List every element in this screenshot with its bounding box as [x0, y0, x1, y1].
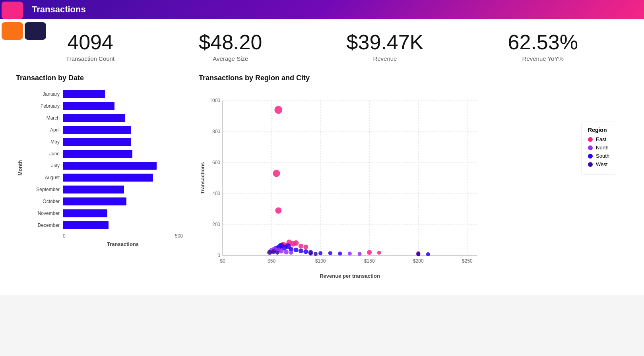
kpi-revenue-yoy-label: Revenue YoY% [508, 55, 578, 62]
legend-dot [588, 145, 593, 150]
scatter-point [318, 251, 322, 255]
legend-label: North [596, 145, 609, 151]
kpi-transaction-count-label: Transaction Count [66, 55, 114, 62]
bar-label: July [27, 163, 63, 168]
bar-label: March [27, 115, 63, 121]
bar-track [63, 174, 183, 182]
bar-track [63, 126, 183, 134]
scatter-point [284, 250, 289, 255]
bar-row: July [27, 160, 183, 171]
bar-label: January [27, 91, 63, 97]
bar-chart: January February March April May June Ju… [27, 89, 183, 231]
legend-dot [588, 137, 593, 142]
svg-text:$150: $150 [364, 258, 375, 264]
scatter-point [275, 251, 279, 255]
charts-section: Transaction by Date Month January Februa… [0, 66, 644, 295]
bar-fill [63, 174, 153, 182]
svg-text:$250: $250 [462, 258, 473, 264]
x-tick-0: 0 [63, 233, 66, 239]
bar-track [63, 186, 183, 193]
scatter-chart-title: Transactions by Region and City [199, 74, 628, 82]
scatter-point [338, 252, 342, 256]
logo-orange-square [2, 22, 23, 40]
legend-item-south: South [588, 153, 609, 159]
bar-chart-x-label: Transactions [63, 241, 183, 247]
logo-pink-square [2, 2, 23, 19]
scatter-point [274, 106, 282, 114]
header: Transactions [0, 0, 644, 19]
legend-item-west: West [588, 161, 609, 167]
svg-text:200: 200 [212, 222, 220, 227]
logo-dark-square [25, 22, 46, 40]
svg-text:Transactions: Transactions [200, 162, 206, 194]
kpi-average-size-label: Average Size [199, 55, 262, 62]
bar-track [63, 209, 183, 217]
logo-blank [25, 2, 46, 19]
bar-chart-y-label: Month [17, 148, 23, 188]
bar-track [63, 102, 183, 110]
kpi-revenue-yoy-value: 62.53% [508, 31, 578, 54]
bar-track [63, 90, 183, 98]
scatter-point [273, 170, 280, 177]
bar-fill [63, 90, 105, 98]
svg-text:$50: $50 [268, 258, 275, 264]
bar-row: May [27, 136, 183, 147]
legend-item-north: North [588, 145, 609, 151]
bar-label: May [27, 139, 63, 145]
scatter-point [367, 250, 372, 255]
bar-row: February [27, 101, 183, 112]
legend-label: West [596, 161, 607, 167]
scatter-point [348, 252, 352, 256]
scatter-point [328, 251, 332, 255]
svg-text:800: 800 [212, 129, 220, 134]
kpi-average-size-value: $48.20 [199, 31, 262, 54]
legend-title: Region [588, 127, 609, 133]
bar-fill [63, 102, 114, 110]
bar-label: November [27, 211, 63, 216]
svg-text:600: 600 [212, 160, 220, 165]
bar-fill [63, 138, 131, 146]
bar-label: September [27, 187, 63, 192]
svg-text:Revenue per transaction: Revenue per transaction [320, 273, 380, 279]
bar-fill [63, 186, 124, 193]
bar-row: October [27, 196, 183, 207]
scatter-point [299, 248, 303, 253]
bar-label: February [27, 103, 63, 109]
legend-item-east: East [588, 136, 609, 142]
scatter-legend: Region East North South West [581, 122, 616, 175]
kpi-transaction-count-value: 4094 [66, 31, 114, 54]
legend-dot [588, 154, 593, 159]
kpi-average-size: $48.20 Average Size [199, 31, 262, 62]
bar-chart-title: Transaction by Date [16, 74, 183, 82]
kpi-revenue-yoy: 62.53% Revenue YoY% [508, 31, 578, 62]
bar-track [63, 221, 183, 229]
bar-row: December [27, 220, 183, 231]
kpi-revenue: $39.47K Revenue [347, 31, 424, 62]
bar-row: August [27, 172, 183, 183]
legend-label: South [596, 153, 609, 159]
scatter-point [271, 249, 276, 254]
scatter-point [426, 252, 430, 256]
svg-text:400: 400 [212, 191, 220, 196]
bar-fill [63, 197, 126, 205]
bar-track [63, 197, 183, 205]
bar-fill [63, 114, 125, 122]
kpi-revenue-label: Revenue [347, 55, 424, 62]
scatter-point [314, 252, 318, 256]
logo-area [0, 0, 48, 40]
scatter-point [289, 251, 293, 255]
bar-track [63, 162, 183, 170]
bar-row: March [27, 112, 183, 124]
bar-label: October [27, 199, 63, 204]
bar-fill [63, 150, 132, 158]
scatter-chart-container: Transactions by Region and City 02004006… [199, 74, 628, 287]
scatter-point [377, 251, 381, 255]
scatter-point [303, 245, 308, 250]
bar-track [63, 150, 183, 158]
scatter-point [303, 249, 308, 254]
bar-row: September [27, 184, 183, 195]
x-tick-1: 500 [175, 233, 183, 239]
scatter-svg: 02004006008001000$0$50$100$150$200$250Re… [199, 89, 557, 279]
bar-fill [63, 162, 157, 170]
scatter-chart-inner: 02004006008001000$0$50$100$150$200$250Re… [199, 89, 628, 287]
